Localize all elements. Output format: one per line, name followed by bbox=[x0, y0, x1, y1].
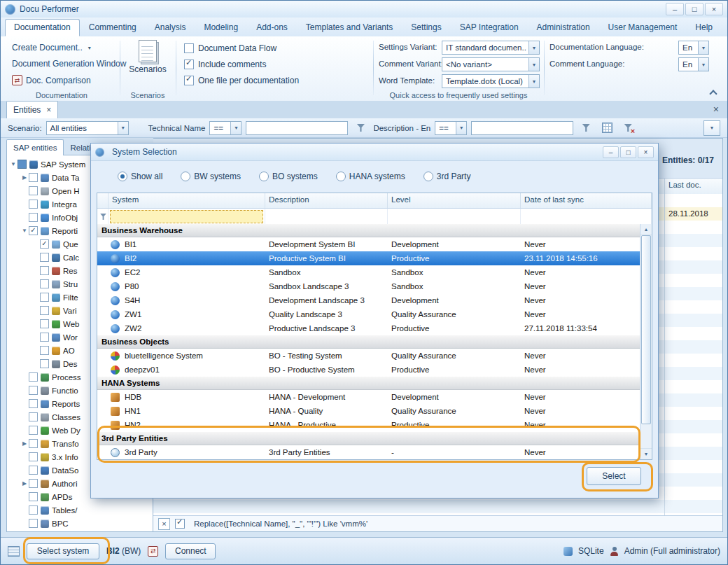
ribbon-tab-sap-integration[interactable]: SAP Integration bbox=[451, 19, 528, 36]
tree-checkbox[interactable] bbox=[40, 266, 49, 275]
column-header-description[interactable]: Description bbox=[265, 193, 388, 208]
tree-checkbox[interactable] bbox=[40, 333, 49, 342]
system-row-p80[interactable]: P80Sandbox Landscape 3SandboxNever bbox=[97, 279, 640, 293]
tab-entities[interactable]: Entities × bbox=[6, 101, 58, 118]
tree-checkbox[interactable] bbox=[29, 372, 38, 382]
system-row-hn2[interactable]: HN2HANA - ProductiveProductiveNever bbox=[97, 418, 640, 432]
document-data-flow-checkbox[interactable] bbox=[184, 43, 194, 53]
collapse-icon[interactable]: ▼ bbox=[9, 161, 18, 167]
tree-checkbox[interactable] bbox=[29, 505, 38, 515]
scenarios-button[interactable]: Scenarios bbox=[121, 40, 174, 74]
system-group-3rd-party-entities[interactable]: 3rd Party Entities bbox=[97, 432, 640, 445]
description-filter-icon[interactable] bbox=[578, 120, 594, 136]
tree-checkbox[interactable] bbox=[29, 466, 38, 475]
one-file-per-documentation-checkbox[interactable] bbox=[184, 76, 194, 85]
system-row-hdb[interactable]: HDBHANA - DevelopmentDevelopmentNever bbox=[97, 390, 640, 404]
tree-checkbox[interactable] bbox=[40, 293, 49, 302]
tree-checkbox[interactable] bbox=[29, 439, 38, 448]
radio-bo-systems[interactable]: BO systems bbox=[259, 172, 318, 181]
system-group-business-objects[interactable]: Business Objects bbox=[97, 335, 640, 349]
system-row-ec2[interactable]: EC2SandboxSandboxNever bbox=[97, 265, 640, 279]
tab-close-icon[interactable]: × bbox=[46, 106, 51, 114]
doc-comparison-button[interactable]: ⇄Doc. Comparison bbox=[12, 75, 91, 85]
tree-checkbox[interactable] bbox=[29, 399, 38, 408]
tree-checkbox[interactable] bbox=[29, 479, 38, 488]
technical-name-input[interactable] bbox=[246, 121, 348, 135]
tree-item-core-data-services-c[interactable]: ▶Core Data Services (C... bbox=[7, 530, 153, 532]
ribbon-checkbox-row[interactable]: Document Data Flow bbox=[184, 43, 276, 53]
column-header-level[interactable]: Level bbox=[388, 193, 521, 208]
tree-checkbox[interactable] bbox=[40, 359, 49, 368]
description-input[interactable] bbox=[471, 121, 573, 135]
grid-view-button[interactable] bbox=[598, 120, 615, 136]
system-row-hn1[interactable]: HN1HANA - QualityQuality AssuranceNever bbox=[97, 404, 640, 418]
radio-hana-systems[interactable]: HANA systems bbox=[336, 172, 405, 181]
pane-close-icon[interactable]: × bbox=[713, 104, 719, 115]
description-operator-combo[interactable]: == bbox=[435, 121, 467, 135]
radio-show-all[interactable]: Show all bbox=[118, 172, 162, 181]
close-icon[interactable]: × bbox=[705, 3, 723, 15]
system-group-business-warehouse[interactable]: Business Warehouse bbox=[97, 224, 640, 237]
tree-checkbox[interactable] bbox=[29, 412, 38, 421]
expand-icon[interactable]: ▶ bbox=[20, 174, 29, 181]
documentation-language-combo[interactable]: En bbox=[678, 41, 709, 55]
column-header-system[interactable]: System bbox=[108, 193, 265, 208]
system-row-deepzv01[interactable]: deepzv01BO - Productive SystemProductive… bbox=[97, 363, 640, 377]
ribbon-tab-administration[interactable]: Administration bbox=[528, 19, 599, 36]
tree-checkbox[interactable]: ✓ bbox=[29, 226, 38, 235]
filter-enabled-checkbox[interactable] bbox=[175, 519, 185, 529]
ribbon-tab-templates-and-variants[interactable]: Templates and Variants bbox=[297, 19, 402, 36]
include-comments-checkbox[interactable] bbox=[184, 60, 194, 69]
tree-checkbox[interactable] bbox=[18, 160, 27, 169]
dialog-maximize-icon[interactable]: □ bbox=[620, 146, 636, 158]
tree-checkbox[interactable] bbox=[40, 306, 49, 315]
ribbon-checkbox-row[interactable]: One file per documentation bbox=[184, 76, 299, 85]
tree-checkbox[interactable] bbox=[29, 186, 38, 195]
clear-filter-button[interactable] bbox=[620, 120, 636, 136]
ribbon-tab-add-ons[interactable]: Add-ons bbox=[247, 19, 297, 36]
collapse-ribbon-icon[interactable] bbox=[710, 89, 716, 95]
last-sync-filter-cell[interactable] bbox=[521, 209, 652, 225]
technical-name-operator-combo[interactable]: == bbox=[209, 121, 241, 135]
ribbon-tab-user-management[interactable]: User Management bbox=[599, 19, 687, 36]
ribbon-tab-commenting[interactable]: Commenting bbox=[80, 19, 146, 36]
radio-3rd-party[interactable]: 3rd Party bbox=[424, 172, 471, 181]
system-filter-cell[interactable] bbox=[108, 209, 265, 225]
tree-checkbox[interactable] bbox=[29, 492, 38, 501]
system-row-bluetelligence-system[interactable]: bluetelligence SystemBO - Testing System… bbox=[97, 349, 640, 363]
tree-checkbox[interactable] bbox=[29, 173, 38, 182]
select-button[interactable]: Select bbox=[587, 467, 641, 485]
column-header-last-sync[interactable]: Date of last sync bbox=[521, 193, 652, 208]
level-filter-cell[interactable] bbox=[388, 209, 521, 225]
tree-checkbox[interactable] bbox=[29, 200, 38, 209]
scroll-down-icon[interactable]: ▼ bbox=[640, 448, 652, 459]
ribbon-tab-settings[interactable]: Settings bbox=[402, 19, 450, 36]
comparison-icon[interactable]: ⇄ bbox=[148, 546, 158, 557]
scroll-up-icon[interactable]: ▲ bbox=[640, 224, 652, 235]
ribbon-checkbox-row[interactable]: Include comments bbox=[184, 60, 266, 69]
tree-checkbox[interactable] bbox=[29, 452, 38, 461]
tree-checkbox[interactable] bbox=[29, 386, 38, 395]
db-label[interactable]: SQLite bbox=[578, 546, 604, 556]
tree-checkbox[interactable] bbox=[40, 346, 49, 355]
settings-variant-combo[interactable]: IT standard documen.. bbox=[442, 41, 540, 55]
ribbon-tab-help[interactable]: Help bbox=[686, 19, 722, 36]
filter-close-icon[interactable]: × bbox=[158, 518, 170, 530]
last-doc-column-header[interactable]: Last doc. bbox=[668, 181, 701, 189]
expand-icon[interactable]: ▶ bbox=[20, 480, 29, 487]
tree-checkbox[interactable] bbox=[40, 319, 49, 328]
collapse-icon[interactable]: ▼ bbox=[20, 228, 29, 234]
ribbon-tab-modeling[interactable]: Modeling bbox=[195, 19, 247, 36]
connect-button[interactable]: Connect bbox=[165, 543, 216, 559]
status-grid-icon[interactable] bbox=[8, 546, 20, 557]
toolbar-dropdown-button[interactable]: ▼ bbox=[704, 120, 720, 136]
system-row-zw1[interactable]: ZW1Quality Landscape 3Quality AssuranceN… bbox=[97, 307, 640, 321]
maximize-icon[interactable]: □ bbox=[685, 3, 704, 15]
system-row-3rd-party[interactable]: 3rd Party3rd Party Entities-Never bbox=[97, 445, 640, 459]
tree-checkbox[interactable] bbox=[29, 213, 38, 222]
scrollbar-thumb[interactable] bbox=[641, 235, 651, 424]
system-row-bi2[interactable]: BI2Productive System BIProductive23.11.2… bbox=[97, 251, 640, 265]
radio-bw-systems[interactable]: BW systems bbox=[181, 172, 241, 181]
tree-item-tables[interactable]: Tables/ bbox=[7, 503, 153, 517]
tab-sap-entities[interactable]: SAP entities bbox=[6, 139, 64, 155]
